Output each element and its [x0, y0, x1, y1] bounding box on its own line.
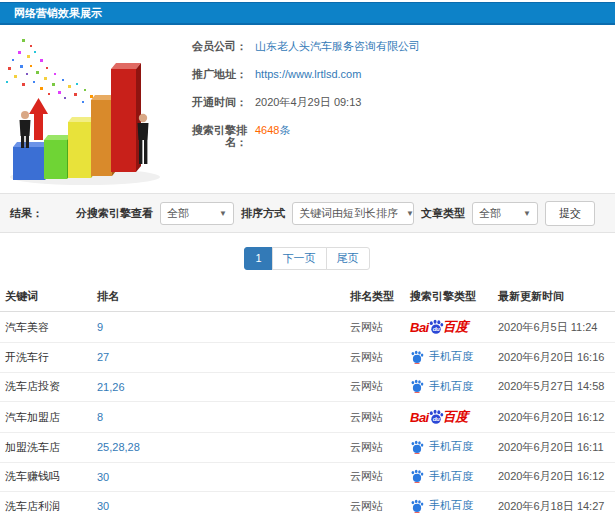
rank-cell: 30 [92, 492, 345, 520]
updated-cell: 2020年5月27日 14:58 [493, 372, 615, 402]
pagination: 1下一页尾页 [0, 247, 615, 270]
keyword-cell: 汽车加盟店 [0, 402, 92, 433]
mobile-baidu-label: 手机百度 [410, 379, 473, 394]
engine-filter-label: 分搜索引擎查看 [76, 206, 153, 221]
article-type-filter-select[interactable]: 全部▼ [472, 202, 538, 225]
results-filter-bar: 结果： 分搜索引擎查看全部▼排序方式关键词由短到长排序▼文章类型全部▼提交 [0, 193, 615, 233]
rank-type-cell: 云网站 [345, 492, 405, 520]
bar-chart-clipart-svg [0, 25, 182, 189]
baidu-logo-name: 百度 [443, 408, 468, 426]
page-item[interactable]: 尾页 [326, 247, 370, 270]
ranking-table: 关键词排名排名类型搜索引擎类型最新更新时间 汽车美容9云网站Baidu百度202… [0, 282, 615, 520]
mobile-baidu-text: 手机百度 [429, 349, 473, 364]
article-type-filter-label: 文章类型 [421, 206, 465, 221]
page-item-current[interactable]: 1 [244, 247, 272, 270]
table-row: 洗车店投资21,26云网站手机百度2020年5月27日 14:58 [0, 372, 615, 402]
rank-type-cell: 云网站 [345, 433, 405, 463]
info-label: 开通时间： [185, 96, 247, 108]
company-info: 会员公司：山东老人头汽车服务咨询有限公司推广地址：https://www.lrt… [185, 25, 420, 193]
select-value: 关键词由短到长排序 [299, 206, 398, 221]
rank-type-cell: 云网站 [345, 343, 405, 373]
mobile-baidu-label: 手机百度 [410, 469, 473, 484]
engine-filter-select[interactable]: 全部▼ [160, 202, 234, 225]
engine-cell: 手机百度 [405, 462, 493, 492]
mobile-baidu-text: 手机百度 [429, 379, 473, 394]
engine-cell: Baidu百度 [405, 312, 493, 343]
engine-cell: 手机百度 [405, 372, 493, 402]
info-row: 搜索引擎排名：4648条 [185, 124, 420, 148]
updated-cell: 2020年6月5日 11:24 [493, 312, 615, 343]
baidu-logo-name: 百度 [443, 318, 468, 336]
info-value: 2020年4月29日 09:13 [255, 96, 361, 108]
updated-cell: 2020年6月20日 16:12 [493, 402, 615, 433]
info-text: 4648 [255, 124, 279, 136]
keyword-cell: 洗车店利润 [0, 492, 92, 520]
confetti-dots [6, 39, 98, 103]
chevron-down-icon: ▼ [219, 209, 227, 218]
chevron-down-icon: ▼ [523, 209, 531, 218]
keyword-cell: 汽车美容 [0, 312, 92, 343]
chevron-down-icon: ▼ [406, 209, 414, 218]
info-link[interactable]: 山东老人头汽车服务咨询有限公司 [255, 40, 420, 52]
mobile-baidu-text: 手机百度 [429, 439, 473, 454]
mobile-baidu-text: 手机百度 [429, 498, 473, 513]
bar-blue [13, 142, 49, 180]
rank-cell: 27 [92, 343, 345, 373]
results-label: 结果： [10, 206, 43, 221]
rank-cell: 25,28,28 [92, 433, 345, 463]
baidu-logo-bai: Bai [410, 320, 429, 335]
submit-button[interactable]: 提交 [545, 201, 595, 226]
info-value: 山东老人头汽车服务咨询有限公司 [255, 40, 420, 52]
rank-cell: 21,26 [92, 372, 345, 402]
keyword-cell: 开洗车行 [0, 343, 92, 373]
info-row: 开通时间：2020年4月29日 09:13 [185, 96, 420, 108]
column-header: 排名 [92, 282, 345, 312]
keyword-cell: 洗车赚钱吗 [0, 462, 92, 492]
filters-group: 分搜索引擎查看全部▼排序方式关键词由短到长排序▼文章类型全部▼提交 [76, 201, 605, 226]
table-body: 汽车美容9云网站Baidu百度2020年6月5日 11:24开洗车行27云网站手… [0, 312, 615, 520]
up-arrow [29, 98, 48, 140]
info-link[interactable]: 条 [279, 124, 290, 136]
table-header-row: 关键词排名排名类型搜索引擎类型最新更新时间 [0, 282, 615, 312]
rank-cell: 9 [92, 312, 345, 343]
info-text: 2020年4月29日 09:13 [255, 96, 361, 108]
svg-text:du: du [432, 415, 439, 422]
table-row: 洗车店利润30云网站手机百度2020年6月18日 14:27 [0, 492, 615, 520]
bar-yellow [68, 117, 95, 178]
info-label: 推广地址： [185, 68, 247, 80]
table-row: 汽车美容9云网站Baidu百度2020年6月5日 11:24 [0, 312, 615, 343]
info-label: 搜索引擎排名： [185, 124, 247, 148]
column-header: 最新更新时间 [493, 282, 615, 312]
updated-cell: 2020年6月20日 16:12 [493, 462, 615, 492]
table-row: 开洗车行27云网站手机百度2020年6月20日 16:16 [0, 343, 615, 373]
keyword-cell: 加盟洗车店 [0, 433, 92, 463]
info-row: 会员公司：山东老人头汽车服务咨询有限公司 [185, 40, 420, 52]
baidu-logo: Baidu百度 [410, 318, 468, 336]
sort-filter-select[interactable]: 关键词由短到长排序▼ [292, 202, 414, 225]
engine-cell: 手机百度 [405, 492, 493, 520]
baidu-paw-icon: du [428, 319, 444, 335]
engine-cell: Baidu百度 [405, 402, 493, 433]
rank-type-cell: 云网站 [345, 402, 405, 433]
baidu-paw-icon: du [428, 409, 444, 425]
mobile-baidu-label: 手机百度 [410, 349, 473, 364]
baidu-paw-icon [410, 469, 424, 483]
rank-type-cell: 云网站 [345, 372, 405, 402]
table-row: 洗车赚钱吗30云网站手机百度2020年6月20日 16:12 [0, 462, 615, 492]
info-value: https://www.lrtlsd.com [255, 68, 361, 80]
bar-green [44, 135, 71, 179]
column-header: 关键词 [0, 282, 92, 312]
baidu-paw-icon [410, 379, 424, 393]
bar-red [111, 63, 141, 172]
engine-cell: 手机百度 [405, 433, 493, 463]
table-row: 汽车加盟店8云网站Baidu百度2020年6月20日 16:12 [0, 402, 615, 433]
sort-filter-label: 排序方式 [241, 206, 285, 221]
page-item[interactable]: 下一页 [272, 247, 327, 270]
table-row: 加盟洗车店25,28,28云网站手机百度2020年6月20日 16:11 [0, 433, 615, 463]
select-value: 全部 [167, 206, 189, 221]
info-link[interactable]: https://www.lrtlsd.com [255, 68, 361, 80]
info-row: 推广地址：https://www.lrtlsd.com [185, 68, 420, 80]
updated-cell: 2020年6月18日 14:27 [493, 492, 615, 520]
info-label: 会员公司： [185, 40, 247, 52]
mobile-baidu-label: 手机百度 [410, 439, 473, 454]
